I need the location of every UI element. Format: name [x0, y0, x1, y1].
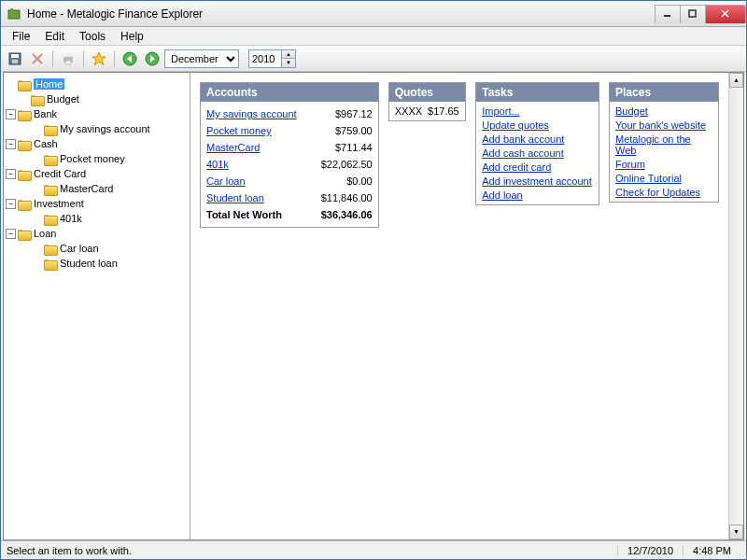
- account-link[interactable]: MasterCard: [206, 142, 260, 153]
- task-link[interactable]: Add bank account: [482, 133, 593, 145]
- accounts-body: My savings account$967.12 Pocket money$7…: [201, 102, 378, 227]
- month-select[interactable]: December: [164, 49, 239, 68]
- collapse-icon[interactable]: −: [6, 229, 16, 239]
- status-message: Select an item to work with.: [7, 545, 617, 556]
- task-link[interactable]: Update quotes: [482, 119, 593, 131]
- tree-car-loan[interactable]: Car loan: [6, 241, 188, 256]
- favorite-button[interactable]: [89, 49, 109, 69]
- account-link[interactable]: My savings account: [206, 108, 297, 119]
- place-link[interactable]: Check for Updates: [615, 187, 712, 198]
- year-control: ▲ ▼: [248, 49, 296, 68]
- svg-rect-1: [10, 8, 13, 11]
- year-spinner: ▲ ▼: [282, 49, 296, 68]
- tree-investment[interactable]: −Investment: [6, 196, 188, 211]
- tree-my-savings[interactable]: My savings account: [6, 121, 188, 136]
- folder-icon: [18, 139, 31, 149]
- menu-edit[interactable]: Edit: [37, 28, 72, 45]
- place-link[interactable]: Your bank's website: [615, 119, 712, 131]
- toolbar: December ▲ ▼: [1, 46, 746, 72]
- tree-401k[interactable]: 401k: [6, 211, 188, 226]
- forward-button[interactable]: [142, 49, 162, 69]
- separator: [52, 50, 53, 67]
- places-panel: Places Budget Your bank's website Metalo…: [609, 82, 719, 203]
- place-link[interactable]: Online Tutorial: [615, 173, 712, 184]
- accounts-header: Accounts: [201, 83, 378, 102]
- delete-button[interactable]: [27, 49, 48, 69]
- folder-icon: [31, 94, 44, 105]
- tree-bank[interactable]: −Bank: [6, 106, 188, 121]
- tree-pocket-money[interactable]: Pocket money: [6, 151, 188, 166]
- total-label: Total Net Worth: [206, 209, 282, 220]
- account-row: Car loan$0.00: [206, 173, 373, 189]
- collapse-icon[interactable]: −: [6, 139, 16, 149]
- tree-student-loan[interactable]: Student loan: [6, 256, 188, 271]
- place-link[interactable]: Budget: [615, 105, 712, 117]
- tree-credit-card[interactable]: −Credit Card: [6, 166, 188, 181]
- account-link[interactable]: Student loan: [206, 192, 264, 203]
- app-window: Home - Metalogic Finance Explorer File E…: [0, 0, 747, 560]
- task-link[interactable]: Add investment account: [482, 175, 593, 187]
- svg-rect-12: [65, 53, 71, 57]
- tree-cash[interactable]: −Cash: [6, 136, 188, 151]
- folder-icon: [44, 154, 57, 164]
- folder-icon: [18, 229, 31, 239]
- account-link[interactable]: Car loan: [206, 175, 246, 187]
- back-button[interactable]: [120, 49, 140, 69]
- app-icon: [7, 7, 21, 21]
- account-value: $967.12: [307, 108, 373, 119]
- task-link[interactable]: Import...: [482, 105, 593, 117]
- svg-rect-7: [11, 54, 19, 58]
- status-bar: Select an item to work with. 12/7/2010 4…: [1, 540, 746, 559]
- account-link[interactable]: Pocket money: [206, 125, 272, 136]
- svg-rect-3: [689, 10, 696, 17]
- svg-rect-0: [8, 10, 20, 19]
- year-up[interactable]: ▲: [282, 50, 295, 59]
- account-value: $11,846.00: [307, 192, 373, 203]
- places-list: Budget Your bank's website Metalogic on …: [610, 102, 718, 202]
- task-link[interactable]: Add cash account: [482, 147, 593, 159]
- account-tree: Home Budget −Bank My savings account −Ca…: [4, 73, 190, 539]
- account-row: MasterCard$711.44: [206, 139, 373, 156]
- window-title: Home - Metalogic Finance Explorer: [27, 7, 655, 21]
- task-link[interactable]: Add loan: [482, 189, 593, 201]
- year-input[interactable]: [248, 49, 282, 68]
- menu-file[interactable]: File: [5, 28, 37, 45]
- save-button[interactable]: [5, 49, 25, 69]
- tree-loan[interactable]: −Loan: [6, 226, 188, 241]
- print-button[interactable]: [58, 49, 78, 69]
- collapse-icon[interactable]: −: [6, 109, 16, 119]
- quotes-header: Quotes: [389, 83, 466, 102]
- folder-icon: [44, 244, 57, 254]
- scroll-track[interactable]: [729, 88, 743, 525]
- close-button[interactable]: [705, 5, 746, 23]
- maximize-button[interactable]: [680, 5, 706, 23]
- task-link[interactable]: Add credit card: [482, 161, 593, 173]
- account-value: $759.00: [307, 125, 373, 136]
- collapse-icon[interactable]: −: [6, 169, 16, 179]
- collapse-icon[interactable]: −: [6, 199, 16, 209]
- menu-tools[interactable]: Tools: [72, 28, 113, 45]
- tasks-panel: Tasks Import... Update quotes Add bank a…: [475, 82, 599, 205]
- vertical-scrollbar[interactable]: ▲ ▼: [728, 73, 743, 539]
- minimize-button[interactable]: [655, 5, 681, 23]
- folder-icon: [44, 214, 57, 224]
- svg-rect-8: [12, 60, 18, 63]
- separator: [83, 50, 84, 67]
- separator: [114, 50, 115, 67]
- tree-budget[interactable]: Budget: [6, 91, 188, 106]
- account-link[interactable]: 401k: [206, 159, 229, 170]
- tree-home[interactable]: Home: [6, 77, 188, 91]
- scroll-up-button[interactable]: ▲: [729, 73, 743, 88]
- place-link[interactable]: Forum: [615, 159, 712, 170]
- scroll-down-button[interactable]: ▼: [729, 525, 743, 539]
- svg-rect-13: [65, 61, 71, 64]
- menu-bar: File Edit Tools Help: [1, 27, 746, 46]
- year-down[interactable]: ▼: [282, 59, 295, 67]
- window-controls: [655, 5, 746, 23]
- places-header: Places: [610, 83, 718, 102]
- folder-icon: [18, 109, 31, 119]
- place-link[interactable]: Metalogic on the Web: [615, 133, 712, 156]
- tree-mastercard[interactable]: MasterCard: [6, 181, 188, 196]
- menu-help[interactable]: Help: [113, 28, 151, 45]
- title-bar: Home - Metalogic Finance Explorer: [1, 1, 746, 27]
